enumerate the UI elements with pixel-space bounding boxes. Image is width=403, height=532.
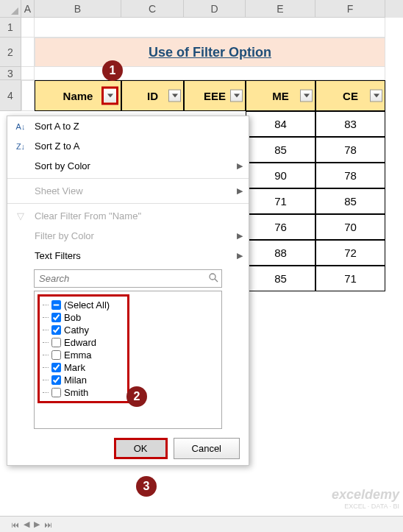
sort-az-icon: A↓ (13, 122, 28, 131)
cell[interactable] (21, 38, 35, 67)
callout-3: 3 (136, 476, 157, 497)
data-cell-ce[interactable]: 71 (315, 266, 385, 291)
col-header-d[interactable]: D (184, 0, 246, 18)
menu-label: Clear Filter From "Name" (35, 210, 141, 221)
separator (7, 203, 249, 204)
col-header-b[interactable]: B (35, 0, 121, 18)
data-cell-ce[interactable]: 85 (315, 188, 385, 214)
menu-label: Filter by Color (35, 230, 94, 241)
chevron-right-icon: ▶ (237, 231, 243, 241)
cell[interactable] (21, 67, 35, 80)
header-label: CE (343, 90, 358, 102)
separator (7, 178, 249, 179)
check-item[interactable]: Milan (43, 374, 124, 386)
data-cell-ce[interactable]: 72 (315, 240, 385, 266)
data-cell-ce[interactable]: 78 (315, 137, 385, 163)
button-row: OK Cancel (7, 432, 249, 465)
header-label: ID (147, 90, 158, 102)
tab-nav-prev[interactable]: ◀ (24, 519, 29, 529)
menu-label: Sort by Color (35, 160, 90, 171)
checkbox[interactable] (51, 350, 61, 360)
data-cell-me[interactable]: 85 (246, 266, 315, 291)
filter-button-eee[interactable] (230, 90, 243, 102)
checkbox[interactable] (51, 313, 61, 322)
callout-2: 2 (126, 386, 147, 407)
menu-label: Sheet View (35, 185, 83, 196)
cancel-button[interactable]: Cancel (174, 438, 240, 459)
clear-filter: ▽ Clear Filter From "Name" (7, 206, 249, 226)
header-id[interactable]: ID (121, 80, 184, 111)
chevron-right-icon: ▶ (237, 186, 243, 196)
data-cell-me[interactable]: 84 (246, 111, 315, 137)
checkbox[interactable] (51, 338, 61, 347)
data-cell-ce[interactable]: 78 (315, 163, 385, 188)
header-eee[interactable]: EEE (184, 80, 246, 111)
header-me[interactable]: ME (246, 80, 315, 111)
data-cell-me[interactable]: 76 (246, 214, 315, 240)
cell[interactable] (35, 18, 385, 38)
check-label: Cathy (64, 324, 89, 336)
sort-az[interactable]: A↓ Sort A to Z (7, 116, 249, 136)
data-cell-ce[interactable]: 70 (315, 214, 385, 240)
tab-nav-next[interactable]: ▶ (34, 519, 40, 529)
col-header-f[interactable]: F (315, 0, 385, 18)
cell[interactable] (21, 80, 35, 111)
cell[interactable] (35, 67, 385, 80)
filter-button-me[interactable] (300, 90, 313, 102)
check-item[interactable]: Emma (43, 349, 124, 361)
data-cell-me[interactable]: 85 (246, 137, 315, 163)
check-item[interactable]: Mark (43, 361, 124, 374)
svg-line-1 (215, 279, 218, 282)
sort-za[interactable]: Z↓ Sort Z to A (7, 136, 249, 156)
check-item[interactable]: Bob (43, 311, 124, 324)
select-all-corner[interactable] (0, 0, 21, 18)
check-item[interactable]: (Select All) (43, 299, 124, 311)
check-label: Bob (64, 312, 81, 323)
chevron-right-icon: ▶ (237, 251, 243, 260)
filter-by-color: Filter by Color ▶ (7, 226, 249, 246)
check-item[interactable]: Cathy (43, 324, 124, 336)
tab-nav-first[interactable]: ⏮ (11, 520, 19, 529)
row-header-2[interactable]: 2 (0, 38, 21, 67)
row-header-3[interactable]: 3 (0, 67, 21, 80)
filter-button-ce[interactable] (370, 90, 382, 102)
tab-nav-last[interactable]: ⏭ (44, 520, 52, 529)
header-label: Name (63, 90, 93, 102)
header-label: ME (272, 90, 289, 102)
col-header-a[interactable]: A (21, 0, 35, 18)
sort-by-color[interactable]: Sort by Color ▶ (7, 156, 249, 176)
data-cell-me[interactable]: 90 (246, 163, 315, 188)
check-label: Mark (64, 362, 85, 373)
search-icon (208, 272, 218, 285)
col-header-e[interactable]: E (246, 0, 315, 18)
header-name[interactable]: Name (35, 80, 121, 111)
funnel-clear-icon: ▽ (13, 210, 28, 221)
filter-button-name[interactable] (101, 87, 118, 105)
data-cell-me[interactable]: 88 (246, 240, 315, 266)
title-cell[interactable]: Use of Filter Option (35, 38, 385, 67)
data-cell-ce[interactable]: 83 (315, 111, 385, 137)
checkbox[interactable] (51, 388, 61, 397)
filter-button-id[interactable] (168, 90, 181, 102)
ok-button[interactable]: OK (114, 438, 168, 459)
cell[interactable] (21, 18, 35, 38)
svg-point-0 (210, 274, 215, 280)
check-label: Edward (64, 337, 96, 348)
check-item[interactable]: Edward (43, 336, 124, 349)
header-ce[interactable]: CE (315, 80, 385, 111)
col-header-c[interactable]: C (121, 0, 184, 18)
checklist-container: (Select All)BobCathyEdwardEmmaMarkMilanS… (34, 291, 222, 429)
checkbox[interactable] (51, 363, 61, 372)
checkbox[interactable] (51, 300, 61, 310)
check-label: (Select All) (64, 299, 110, 311)
checkbox[interactable] (51, 325, 61, 335)
data-cell-me[interactable]: 71 (246, 188, 315, 214)
check-item[interactable]: Smith (43, 386, 124, 399)
menu-label: Sort Z to A (35, 141, 79, 152)
row-header-1[interactable]: 1 (0, 18, 21, 38)
text-filters[interactable]: Text Filters ▶ (7, 246, 249, 266)
checkbox[interactable] (51, 375, 61, 385)
row-header-4[interactable]: 4 (0, 80, 21, 111)
search-input[interactable] (34, 269, 222, 288)
check-label: Smith (64, 387, 88, 398)
